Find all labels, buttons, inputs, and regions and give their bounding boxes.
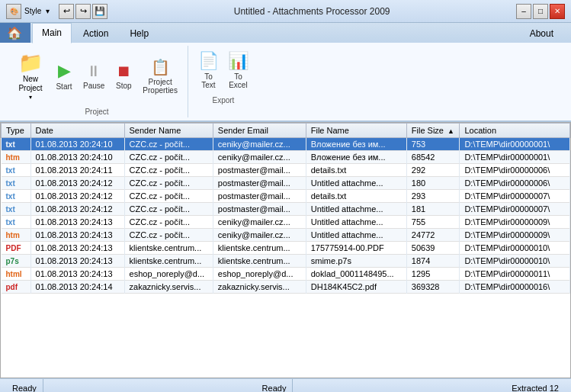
tab-home[interactable]: 🏠 bbox=[0, 23, 30, 43]
file-table-container[interactable]: Type Date Sender Name Sender Email File … bbox=[0, 122, 571, 378]
cell-sender-email: klientske.centrum... bbox=[213, 255, 306, 268]
cell-file-name: doklad_0001148495... bbox=[306, 268, 406, 281]
maximize-button[interactable]: □ bbox=[533, 4, 548, 19]
cell-location: D:\TEMP\dir00000006\ bbox=[460, 177, 570, 190]
undo-button[interactable]: ↩ bbox=[59, 4, 74, 19]
cell-type: htm bbox=[2, 229, 31, 242]
table-row[interactable]: txt 01.08.2013 20:24:12 CZC.cz - počít..… bbox=[2, 190, 570, 203]
table-row[interactable]: txt 01.08.2013 20:24:13 CZC.cz - počít..… bbox=[2, 216, 570, 229]
cell-sender-name: CZC.cz - počít... bbox=[124, 138, 213, 151]
cell-file-name: Untitled attachme... bbox=[306, 216, 406, 229]
cell-file-size: 181 bbox=[406, 203, 460, 216]
tab-about[interactable]: About bbox=[520, 25, 563, 41]
start-label: Start bbox=[56, 82, 72, 91]
col-date[interactable]: Date bbox=[30, 124, 124, 138]
title-bar-left: 🎨 Style ▾ ↩ ↪ 💾 bbox=[6, 4, 107, 19]
stop-button[interactable]: ⏹ Stop bbox=[110, 47, 137, 104]
cell-type: txt bbox=[2, 138, 31, 151]
cell-file-size: 24772 bbox=[406, 229, 460, 242]
tab-help[interactable]: Help bbox=[120, 23, 159, 43]
col-type[interactable]: Type bbox=[2, 124, 31, 138]
cell-date: 01.08.2013 20:24:10 bbox=[30, 138, 124, 151]
cell-sender-email: ceniky@mailer.cz... bbox=[213, 216, 306, 229]
totext-label: ToText bbox=[201, 72, 215, 89]
export-buttons: 📄 ToText 📊 ToExcel bbox=[194, 47, 252, 93]
cell-file-name: DH184K45C2.pdf bbox=[306, 281, 406, 294]
table-row[interactable]: html 01.08.2013 20:24:13 eshop_noreply@d… bbox=[2, 268, 570, 281]
cell-sender-name: klientske.centrum... bbox=[124, 242, 213, 255]
cell-file-size: 180 bbox=[406, 177, 460, 190]
table-row[interactable]: htm 01.08.2013 20:24:13 CZC.cz - počít..… bbox=[2, 229, 570, 242]
save-button[interactable]: 💾 bbox=[92, 4, 107, 19]
style-button[interactable]: 🎨 bbox=[6, 4, 21, 19]
tab-action[interactable]: Action bbox=[73, 23, 118, 43]
cell-sender-email: ceniky@mailer.cz... bbox=[213, 229, 306, 242]
cell-location: D:\TEMP\dir00000010\ bbox=[460, 242, 570, 255]
cell-type: txt bbox=[2, 216, 31, 229]
table-row[interactable]: p7s 01.08.2013 20:24:13 klientske.centru… bbox=[2, 255, 570, 268]
cell-location: D:\TEMP\dir00000007\ bbox=[460, 190, 570, 203]
cell-sender-email: postmaster@mail... bbox=[213, 177, 306, 190]
close-button[interactable]: ✕ bbox=[550, 4, 565, 19]
style-icon: 🎨 bbox=[10, 8, 18, 15]
table-row[interactable]: txt 01.08.2013 20:24:11 CZC.cz - počít..… bbox=[2, 164, 570, 177]
cell-file-size: 1295 bbox=[406, 268, 460, 281]
table-row[interactable]: htm 01.08.2013 20:24:10 CZC.cz - počít..… bbox=[2, 151, 570, 164]
table-row[interactable]: PDF 01.08.2013 20:24:13 klientske.centru… bbox=[2, 242, 570, 255]
toexcel-label: ToExcel bbox=[229, 72, 247, 89]
project-buttons: 📁 NewProject ▾ ▶ Start ⏸ Pause ⏹ Stop bbox=[12, 47, 181, 104]
col-file-size[interactable]: File Size ▲ bbox=[406, 124, 460, 138]
tab-main[interactable]: Main bbox=[32, 23, 72, 43]
minimize-button[interactable]: – bbox=[516, 4, 531, 19]
cell-sender-name: CZC.cz - počít... bbox=[124, 203, 213, 216]
to-excel-button[interactable]: 📊 ToExcel bbox=[224, 47, 252, 93]
table-row[interactable]: txt 01.08.2013 20:24:10 CZC.cz - počít..… bbox=[2, 138, 570, 151]
cell-sender-email: postmaster@mail... bbox=[213, 164, 306, 177]
table-row[interactable]: txt 01.08.2013 20:24:12 CZC.cz - počít..… bbox=[2, 177, 570, 190]
col-location[interactable]: Location bbox=[460, 124, 570, 138]
table-row[interactable]: txt 01.08.2013 20:24:12 CZC.cz - počít..… bbox=[2, 203, 570, 216]
cell-file-name: smime.p7s bbox=[306, 255, 406, 268]
start-button[interactable]: ▶ Start bbox=[50, 47, 78, 104]
pause-button[interactable]: ⏸ Pause bbox=[79, 47, 108, 104]
redo-button[interactable]: ↪ bbox=[75, 4, 91, 19]
cell-location: D:\TEMP\dir00000016\ bbox=[460, 281, 570, 294]
status-middle: Ready bbox=[256, 379, 294, 392]
cell-file-size: 292 bbox=[406, 164, 460, 177]
group-export: 📄 ToText 📊 ToExcel Export bbox=[188, 46, 258, 106]
cell-date: 01.08.2013 20:24:14 bbox=[30, 281, 124, 294]
start-icon: ▶ bbox=[58, 61, 71, 81]
cell-file-size: 1874 bbox=[406, 255, 460, 268]
cell-type: txt bbox=[2, 203, 31, 216]
file-table: Type Date Sender Name Sender Email File … bbox=[1, 123, 570, 294]
col-file-name[interactable]: File Name bbox=[306, 124, 406, 138]
cell-sender-name: CZC.cz - počít... bbox=[124, 216, 213, 229]
cell-sender-email: klientske.centrum... bbox=[213, 242, 306, 255]
cell-sender-email: eshop_noreply@d... bbox=[213, 268, 306, 281]
to-text-button[interactable]: 📄 ToText bbox=[194, 47, 223, 93]
cell-location: D:\TEMP\dir00000006\ bbox=[460, 164, 570, 177]
new-project-arrow: ▾ bbox=[29, 94, 32, 101]
cell-sender-name: eshop_noreply@d... bbox=[124, 268, 213, 281]
new-project-button[interactable]: 📁 NewProject ▾ bbox=[12, 47, 49, 104]
cell-date: 01.08.2013 20:24:10 bbox=[30, 151, 124, 164]
cell-file-name: Untitled attachme... bbox=[306, 203, 406, 216]
table-row[interactable]: pdf 01.08.2013 20:24:14 zakaznicky.servi… bbox=[2, 281, 570, 294]
props-label: ProjectProperties bbox=[143, 78, 178, 95]
pause-icon: ⏸ bbox=[86, 63, 101, 80]
table-header: Type Date Sender Name Sender Email File … bbox=[2, 124, 570, 138]
cell-date: 01.08.2013 20:24:13 bbox=[30, 255, 124, 268]
cell-date: 01.08.2013 20:24:13 bbox=[30, 216, 124, 229]
cell-sender-email: postmaster@mail... bbox=[213, 190, 306, 203]
cell-file-size: 68542 bbox=[406, 151, 460, 164]
col-sender-email[interactable]: Sender Email bbox=[213, 124, 306, 138]
cell-file-name: details.txt bbox=[306, 164, 406, 177]
status-extracted: Extracted 12 bbox=[505, 379, 565, 392]
table-body: txt 01.08.2013 20:24:10 CZC.cz - počít..… bbox=[2, 138, 570, 294]
sort-arrow: ▲ bbox=[447, 127, 454, 135]
cell-type: PDF bbox=[2, 242, 31, 255]
project-properties-button[interactable]: 📋 ProjectProperties bbox=[139, 47, 181, 104]
col-sender-name[interactable]: Sender Name bbox=[124, 124, 213, 138]
cell-file-size: 369328 bbox=[406, 281, 460, 294]
ribbon: 🏠 Main Action Help About 📁 NewProject ▾ … bbox=[0, 23, 571, 122]
